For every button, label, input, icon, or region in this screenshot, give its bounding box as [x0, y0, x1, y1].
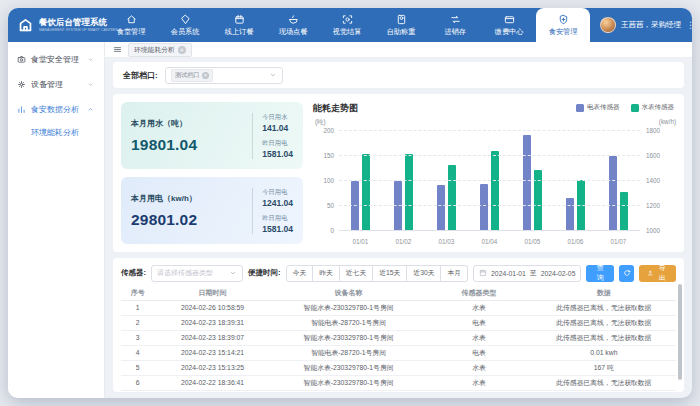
- table-cell: 2024-02-23 18:39:07: [154, 330, 271, 345]
- table-row-4[interactable]: 52024-02-23 15:13:25智能水表-230329780-1号房间水…: [121, 360, 676, 375]
- nav-item-8[interactable]: 食安管理: [536, 8, 590, 42]
- avatar[interactable]: [600, 17, 616, 33]
- query-button[interactable]: 查询: [586, 265, 614, 282]
- calendar-icon: [479, 269, 487, 277]
- table-scrollbar[interactable]: [678, 284, 682, 380]
- stat-water-value: 19801.04: [131, 136, 243, 154]
- bar-水表传感器-01/01[interactable]: [362, 154, 370, 232]
- tab-environment-energy[interactable]: 环境能耗分析 ✕: [128, 43, 192, 57]
- hamburger-icon[interactable]: [113, 45, 122, 54]
- export-button[interactable]: 导出: [639, 265, 676, 282]
- left-axis-unit: (吨): [315, 118, 326, 127]
- table-cell: 此传感器已离线，无法获取数据: [532, 330, 676, 345]
- stall-tag-label: 测试档口: [175, 71, 200, 80]
- nav-item-7[interactable]: 缴费中心: [482, 8, 536, 42]
- tab-close-icon[interactable]: ✕: [178, 46, 186, 54]
- sidebar-item-2[interactable]: 食安数据分析: [8, 97, 104, 122]
- nav-item-label: 会员系统: [171, 27, 200, 37]
- table-header-cell: 传感器类型: [426, 286, 531, 300]
- quick-time-button-2[interactable]: 近七天: [340, 265, 373, 282]
- food-safety-icon: [558, 14, 569, 25]
- main-area: 环境能耗分析 ✕ 全部档口: 测试档口 ✕: [105, 42, 692, 398]
- stat-water-today-value: 141.04: [262, 123, 293, 133]
- bar-电表传感器-01/07[interactable]: [609, 156, 617, 232]
- table-cell: 167 吨: [532, 360, 676, 375]
- sidebar-item-label: 食安数据分析: [31, 104, 79, 115]
- left-axis-tick: 50: [327, 202, 334, 209]
- bar-group-01/05: [511, 131, 554, 231]
- bar-水表传感器-01/03[interactable]: [448, 165, 456, 231]
- table-row-0[interactable]: 12024-02-26 10:58:59智能水表-230329780-1号房间水…: [121, 300, 676, 315]
- x-axis-label: 01/03: [425, 238, 468, 245]
- table-row-5[interactable]: 62024-02-22 18:36:41智能水表-230329780-1号房间水…: [121, 375, 676, 390]
- quick-time-button-4[interactable]: 近30天: [407, 265, 441, 282]
- table-cell: 电表: [426, 315, 531, 330]
- bar-水表传感器-01/04[interactable]: [491, 151, 499, 231]
- stall-tag-close-icon[interactable]: ✕: [202, 72, 209, 79]
- x-axis-label: 01/02: [382, 238, 425, 245]
- stat-elec-yesterday-label: 昨日用电: [262, 214, 293, 223]
- bar-电表传感器-01/04[interactable]: [480, 184, 488, 232]
- quick-time-button-5[interactable]: 本月: [441, 265, 468, 282]
- table-row-1[interactable]: 22024-02-23 18:39:31智能电表-28720-1号房间电表此传感…: [121, 315, 676, 330]
- app-logo: 餐饮后台管理系统 MANAGEMENT SYSTEM OF SMART CANT…: [8, 8, 104, 42]
- sidebar-item-1[interactable]: 设备管理: [8, 72, 104, 97]
- table-row-3[interactable]: 42024-02-23 15:14:21智能电表-28720-1号房间电表0.0…: [121, 345, 676, 360]
- stat-water-title: 本月用水（吨）: [131, 118, 243, 129]
- left-axis-tick: 100: [323, 177, 334, 184]
- bar-电表传感器-01/06[interactable]: [566, 198, 574, 232]
- nav-item-3[interactable]: 现场点餐: [266, 8, 320, 42]
- stat-water-yesterday-value: 1581.04: [262, 149, 293, 159]
- nav-item-0[interactable]: 食堂管理: [104, 8, 158, 42]
- table-cell: 智能电表-28720-1号房间: [271, 345, 426, 360]
- nav-item-4[interactable]: 视觉结算: [320, 8, 374, 42]
- chevron-down-icon: [269, 71, 277, 79]
- nav-item-label: 食堂管理: [117, 27, 146, 37]
- tab-label: 环境能耗分析: [134, 45, 175, 55]
- sidebar-subitem[interactable]: 环境能耗分析: [8, 122, 104, 143]
- bar-电表传感器-01/02[interactable]: [394, 181, 402, 231]
- stat-card-water: 本月用水（吨） 19801.04 今日用水 141.04 昨日用电 1581.0…: [121, 102, 303, 169]
- bar-水表传感器-01/07[interactable]: [620, 192, 628, 231]
- nav-item-1[interactable]: 会员系统: [158, 8, 212, 42]
- table-cell: 2024-02-23 15:14:21: [154, 345, 271, 360]
- sidebar-item-0[interactable]: 食堂安全管理: [8, 47, 104, 72]
- table-cell: 2024-02-26 10:58:59: [154, 300, 271, 315]
- quick-time-button-3[interactable]: 近15天: [373, 265, 407, 282]
- bar-水表传感器-01/02[interactable]: [405, 154, 413, 232]
- bar-group-01/06: [554, 131, 597, 231]
- table-row-2[interactable]: 32024-02-23 18:39:07智能水表-230329780-1号房间水…: [121, 330, 676, 345]
- x-axis-label: 01/05: [511, 238, 554, 245]
- upload-icon: [647, 269, 654, 277]
- nav-item-2[interactable]: 线上订餐: [212, 8, 266, 42]
- table-cell: 2024-02-23 18:39:31: [154, 315, 271, 330]
- table-cell: 6: [121, 375, 154, 390]
- legend-item[interactable]: 水表传感器: [631, 103, 675, 112]
- x-axis-label: 01/04: [468, 238, 511, 245]
- bar-group-01/07: [597, 131, 640, 231]
- stat-elec-yesterday-value: 1581.04: [262, 224, 293, 234]
- nav-item-5[interactable]: 自助称重: [374, 8, 428, 42]
- bar-电表传感器-01/03[interactable]: [437, 185, 445, 232]
- nav-item-label: 线上订餐: [225, 27, 254, 37]
- more-menu-icon[interactable]: ⋮: [686, 20, 692, 30]
- table-cell: 2024-02-22 18:36:41: [154, 375, 271, 390]
- stall-filter-card: 全部档口: 测试档口 ✕: [113, 62, 684, 88]
- sensor-select-placeholder: 请选择传感器类型: [157, 268, 213, 278]
- bar-电表传感器-01/01[interactable]: [351, 181, 359, 231]
- stat-elec-title: 本月用电（kw/h）: [131, 193, 243, 204]
- legend-label: 电表传感器: [587, 103, 620, 112]
- quick-time-button-0[interactable]: 今天: [286, 265, 314, 282]
- quick-time-button-1[interactable]: 昨天: [313, 265, 340, 282]
- date-range-picker[interactable]: 2024-01-01 至 2024-02-05: [473, 265, 581, 282]
- nav-item-6[interactable]: 进销存: [428, 8, 482, 42]
- bar-电表传感器-01/05[interactable]: [523, 135, 531, 232]
- sensor-type-select[interactable]: 请选择传感器类型: [151, 265, 243, 282]
- right-axis-tick: 1200: [646, 202, 660, 209]
- date-end: 2024-02-05: [541, 270, 576, 277]
- legend-item[interactable]: 电表传感器: [576, 103, 620, 112]
- stall-select[interactable]: 测试档口 ✕: [165, 67, 283, 84]
- table-header-row: 序号日期时间设备名称传感器类型数据: [121, 286, 676, 300]
- gridline: [339, 230, 640, 231]
- refresh-button[interactable]: [619, 265, 634, 282]
